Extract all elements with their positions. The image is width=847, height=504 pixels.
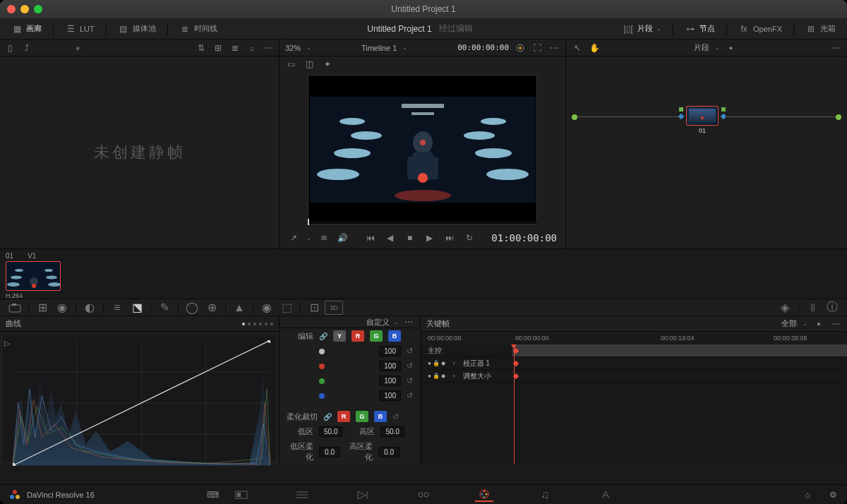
page-fairlight[interactable]: ♫: [536, 488, 554, 502]
palette-qualifier[interactable]: ✎: [155, 301, 174, 315]
low-val[interactable]: 50.0: [319, 426, 342, 437]
kf-row-master[interactable]: 主控: [421, 344, 847, 357]
palette-hdr[interactable]: ◐: [80, 301, 99, 315]
channel-g[interactable]: G: [370, 330, 383, 342]
channel-r[interactable]: R: [352, 330, 364, 342]
palette-magic-mask[interactable]: ▲: [230, 301, 248, 315]
val-y[interactable]: 100: [379, 346, 401, 356]
page-fusion[interactable]: [414, 488, 433, 502]
zoom-window[interactable]: [34, 5, 42, 13]
palette-camera-raw[interactable]: [6, 301, 24, 315]
record-dot-icon[interactable]: ●: [726, 42, 737, 54]
expand-icon[interactable]: ⛶: [531, 42, 543, 54]
tab-lightbox[interactable]: ⊞光箱: [800, 21, 841, 37]
palette-scopes-icon[interactable]: ⫴: [803, 301, 822, 315]
prev-clip-icon[interactable]: ⏮: [365, 232, 376, 244]
node-input-port[interactable]: [679, 107, 683, 112]
channel-y[interactable]: Y: [333, 330, 346, 342]
view-single-icon[interactable]: ▭: [285, 59, 296, 70]
hand-tool-icon[interactable]: ✋: [589, 42, 600, 54]
kf-row-sizing[interactable]: ● 🔒 ◆ › 调整大小: [421, 370, 847, 383]
clip-01[interactable]: 01V1 H.264: [6, 252, 61, 299]
viewer-more-icon[interactable]: ⋯: [548, 42, 560, 54]
val-r[interactable]: 100: [379, 361, 401, 371]
curve-mode-label[interactable]: 自定义: [366, 317, 390, 328]
graph-input[interactable]: [572, 114, 577, 120]
minimize-window[interactable]: [20, 5, 29, 13]
view-split-icon[interactable]: ◫: [304, 59, 315, 70]
val-b[interactable]: 100: [379, 390, 401, 401]
next-clip-icon[interactable]: ⏭: [444, 232, 455, 244]
loop-icon[interactable]: ↻: [464, 232, 475, 244]
ls-val[interactable]: 0.0: [319, 447, 340, 457]
kf-row-corrector[interactable]: ● 🔒 ◆ › 校正器 1: [421, 357, 847, 370]
curve-mode-more[interactable]: ⋯: [403, 316, 414, 328]
grid-icon[interactable]: ⊞: [212, 42, 224, 54]
reset-softclip[interactable]: ↺: [392, 412, 399, 421]
search-icon[interactable]: ⌕: [246, 42, 258, 54]
curve-mode-dots[interactable]: [242, 323, 273, 325]
node-01[interactable]: [686, 106, 719, 126]
palette-blur[interactable]: ◉: [258, 301, 276, 315]
hs-val[interactable]: 0.0: [378, 447, 400, 457]
tab-media-pool[interactable]: ▤媒体池: [112, 21, 162, 37]
audio-icon[interactable]: 🔊: [337, 232, 348, 244]
high-val[interactable]: 50.0: [380, 426, 404, 437]
tab-clips[interactable]: ]▯[片段⌄: [617, 21, 667, 37]
palette-key[interactable]: ⬚: [277, 301, 296, 315]
curves-canvas[interactable]: ▷: [3, 335, 276, 462]
reset-g[interactable]: ↺: [407, 376, 413, 385]
color-wheel-icon[interactable]: [515, 42, 526, 54]
palette-3d[interactable]: 3D: [325, 301, 343, 315]
page-color[interactable]: [475, 488, 493, 502]
close-window[interactable]: [7, 5, 16, 13]
val-g[interactable]: 100: [379, 376, 401, 386]
picker-icon[interactable]: ↗: [288, 232, 299, 244]
kf-playhead[interactable]: [514, 344, 515, 464]
page-edit[interactable]: [354, 488, 372, 502]
more-icon[interactable]: ⋯: [263, 42, 275, 54]
layers-icon[interactable]: ≋: [318, 232, 330, 244]
export-icon[interactable]: ⤴: [21, 42, 32, 54]
viewer-canvas[interactable]: [308, 75, 537, 224]
palette-tracker[interactable]: ⊕: [203, 301, 221, 315]
nodes-more-icon[interactable]: ⋯: [830, 42, 841, 54]
node-input-port-2[interactable]: [678, 114, 684, 119]
header-timecode[interactable]: 00:00:00:00: [457, 43, 509, 52]
magic-icon[interactable]: ✦: [322, 59, 333, 70]
palette-info-icon[interactable]: ⓘ: [823, 301, 841, 315]
reset-r[interactable]: ↺: [407, 361, 413, 371]
sc-r[interactable]: R: [337, 411, 350, 422]
tab-timeline[interactable]: ≣时间线: [174, 21, 223, 37]
page-cut[interactable]: [293, 488, 311, 502]
sc-b[interactable]: B: [374, 411, 387, 422]
node-output-port[interactable]: [721, 107, 726, 112]
arrow-tool-icon[interactable]: ↖: [572, 42, 583, 54]
kf-ruler[interactable]: 00:00:00:00 00:00:00:00 00:00:19:04 00:0…: [421, 332, 847, 344]
palette-color-match[interactable]: ⊞: [33, 301, 52, 315]
viewer-scrubber[interactable]: [308, 221, 537, 223]
page-deliver[interactable]: [596, 488, 615, 502]
palette-curves[interactable]: ⬔: [128, 301, 146, 315]
palette-rgb-mixer[interactable]: ≡: [108, 301, 126, 315]
play-icon[interactable]: ▶: [424, 232, 435, 244]
tab-nodes[interactable]: ⊶节点: [679, 21, 721, 37]
timeline-name[interactable]: Timeline 1: [361, 44, 397, 52]
tab-lut[interactable]: ☰LUT: [59, 21, 100, 37]
link-icon[interactable]: 🔗: [319, 332, 328, 340]
page-media[interactable]: [232, 488, 251, 502]
node-graph[interactable]: 01: [566, 56, 847, 248]
scrubber-thumb[interactable]: [308, 219, 309, 225]
clip-thumbnail[interactable]: [6, 261, 61, 291]
graph-output[interactable]: [836, 114, 841, 120]
kf-rec-icon[interactable]: ●: [813, 318, 824, 330]
channel-b[interactable]: B: [388, 330, 401, 342]
reset-y[interactable]: ↺: [407, 347, 413, 356]
record-icon[interactable]: ●: [72, 42, 83, 54]
reset-b[interactable]: ↺: [407, 391, 413, 400]
palette-keyframes-icon[interactable]: ◈: [776, 301, 794, 315]
softclip-link-icon[interactable]: 🔗: [323, 413, 332, 421]
curve-marker-icon[interactable]: ▷: [4, 339, 10, 348]
sc-g[interactable]: G: [356, 411, 368, 422]
sort-icon[interactable]: ⇅: [196, 42, 207, 54]
